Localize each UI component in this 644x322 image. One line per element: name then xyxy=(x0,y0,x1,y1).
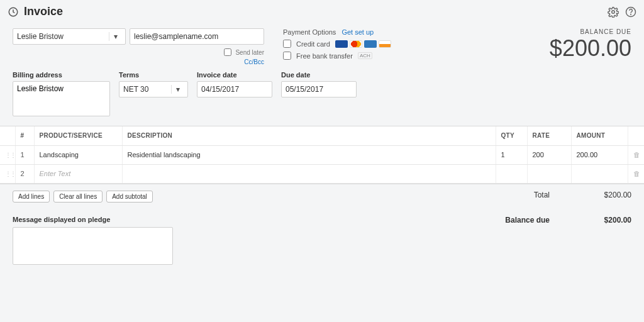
col-header-qty: QTY xyxy=(496,126,527,145)
customer-select-value: Leslie Bristow xyxy=(17,32,64,41)
get-set-up-link[interactable]: Get set up xyxy=(341,28,374,36)
visa-icon xyxy=(335,40,348,48)
page-title: Invoice xyxy=(24,5,63,18)
svg-point-1 xyxy=(612,10,615,13)
page-header: Invoice xyxy=(0,0,644,23)
row-product[interactable]: Landscaping xyxy=(34,145,122,164)
gear-icon[interactable] xyxy=(608,6,619,18)
bank-transfer-label: Free bank transfer xyxy=(296,52,353,60)
amex-icon xyxy=(364,40,377,48)
credit-card-checkbox[interactable] xyxy=(283,40,291,48)
row-rate[interactable]: 200 xyxy=(527,145,571,164)
payment-options-label: Payment Options xyxy=(283,28,336,36)
cc-bcc-link[interactable]: Cc/Bcc xyxy=(244,56,264,68)
invoice-date-label: Invoice date xyxy=(197,71,272,79)
clear-all-lines-button[interactable]: Clear all lines xyxy=(53,191,103,203)
send-later-checkbox[interactable] xyxy=(224,48,231,56)
total-label: Total xyxy=(534,191,550,199)
message-label: Message displayed on pledge xyxy=(13,216,173,223)
row-number: 1 xyxy=(15,145,34,164)
table-row[interactable]: ⋮⋮ 1 Landscaping Residential landscaping… xyxy=(0,145,644,164)
invoice-date-input[interactable]: 04/15/2017 xyxy=(197,81,272,97)
balance-due-amount: $200.00 xyxy=(550,35,631,62)
delete-row-icon[interactable]: 🗑 xyxy=(633,170,640,177)
due-date-block: Due date 05/15/2017 xyxy=(281,71,357,118)
invoice-date-block: Invoice date 04/15/2017 xyxy=(197,71,272,118)
help-icon[interactable] xyxy=(625,6,636,18)
chevron-down-icon: ▾ xyxy=(171,85,184,94)
chevron-down-icon: ▾ xyxy=(109,32,121,41)
col-header-number: # xyxy=(15,126,34,145)
customer-email-input[interactable]: leslie@samplename.com xyxy=(130,28,264,45)
balance-due-display: BALANCE DUE $200.00 xyxy=(550,28,631,66)
customer-select[interactable]: Leslie Bristow ▾ xyxy=(13,28,126,45)
message-block: Message displayed on pledge xyxy=(13,216,173,267)
billing-address-block: Billing address xyxy=(13,71,110,118)
billing-address-label: Billing address xyxy=(13,71,110,79)
balance-due-bottom-label: Balance due xyxy=(505,216,550,225)
line-items-table-wrap: # PRODUCT/SERVICE DESCRIPTION QTY RATE A… xyxy=(0,126,644,184)
customer-column: Leslie Bristow ▾ leslie@samplename.com S… xyxy=(13,28,264,66)
invoice-fields-row: Billing address Terms NET 30 ▾ Invoice d… xyxy=(0,69,644,126)
balance-due-row: Balance due $200.00 xyxy=(505,216,631,267)
message-textarea[interactable] xyxy=(13,227,173,265)
below-table-row: Add lines Clear all lines Add subtotal T… xyxy=(0,184,644,209)
row-qty[interactable]: 1 xyxy=(496,145,527,164)
payment-options: Payment Options Get set up Credit card F… xyxy=(283,28,391,66)
col-header-amount: AMOUNT xyxy=(571,126,628,145)
send-later-label: Send later xyxy=(235,49,264,56)
drag-handle-icon[interactable]: ⋮⋮ xyxy=(5,152,15,158)
terms-label: Terms xyxy=(119,71,188,79)
total-value: $200.00 xyxy=(587,191,631,199)
row-amount[interactable]: 200.00 xyxy=(571,145,628,164)
col-header-description: DESCRIPTION xyxy=(122,126,496,145)
terms-value: NET 30 xyxy=(123,85,148,94)
due-date-input[interactable]: 05/15/2017 xyxy=(281,81,357,97)
table-header-row: # PRODUCT/SERVICE DESCRIPTION QTY RATE A… xyxy=(0,126,644,145)
delete-row-icon[interactable]: 🗑 xyxy=(633,151,640,158)
table-row[interactable]: ⋮⋮ 2 Enter Text 🗑 xyxy=(0,164,644,183)
invoice-top-area: Leslie Bristow ▾ leslie@samplename.com S… xyxy=(0,23,644,69)
col-header-product: PRODUCT/SERVICE xyxy=(34,126,122,145)
row-product[interactable]: Enter Text xyxy=(34,164,122,183)
ach-icon: ACH xyxy=(358,52,372,59)
bank-transfer-checkbox[interactable] xyxy=(283,52,291,60)
mastercard-icon xyxy=(350,40,362,48)
balance-due-label: BALANCE DUE xyxy=(550,28,631,35)
credit-card-icons xyxy=(335,40,391,48)
row-rate[interactable] xyxy=(527,164,571,183)
balance-due-bottom-value: $200.00 xyxy=(587,216,631,225)
row-qty[interactable] xyxy=(496,164,527,183)
svg-point-3 xyxy=(631,14,631,14)
history-icon[interactable] xyxy=(8,6,19,18)
credit-card-label: Credit card xyxy=(296,40,330,48)
col-header-rate: RATE xyxy=(527,126,571,145)
due-date-label: Due date xyxy=(281,71,357,79)
add-lines-button[interactable]: Add lines xyxy=(13,191,50,203)
line-items-table: # PRODUCT/SERVICE DESCRIPTION QTY RATE A… xyxy=(0,126,644,184)
terms-select[interactable]: NET 30 ▾ xyxy=(119,81,188,97)
row-number: 2 xyxy=(15,164,34,183)
row-amount[interactable] xyxy=(571,164,628,183)
drag-handle-icon[interactable]: ⋮⋮ xyxy=(5,170,15,177)
terms-block: Terms NET 30 ▾ xyxy=(119,71,188,118)
totals-block: Total $200.00 xyxy=(534,191,631,203)
message-area: Message displayed on pledge Balance due … xyxy=(0,209,644,273)
add-subtotal-button[interactable]: Add subtotal xyxy=(106,191,153,203)
row-description[interactable]: Residential landscaping xyxy=(122,145,496,164)
row-description[interactable] xyxy=(122,164,496,183)
discover-icon xyxy=(379,40,391,48)
billing-address-input[interactable] xyxy=(13,81,110,116)
